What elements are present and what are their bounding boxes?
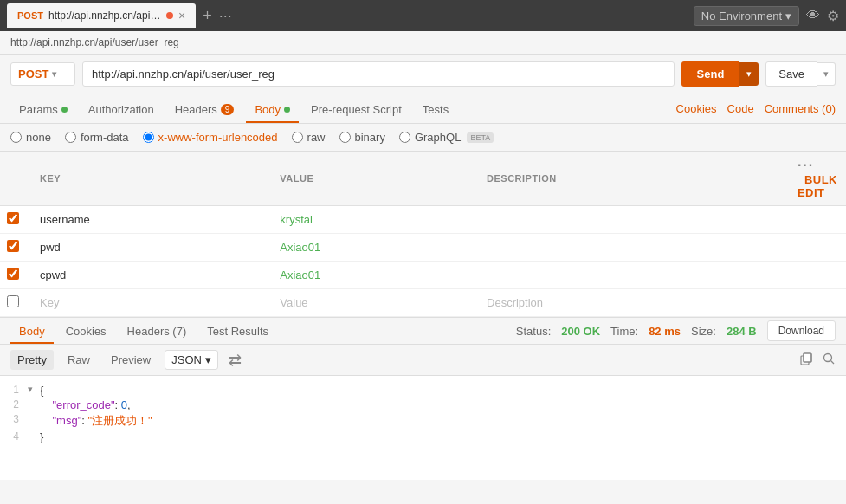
tab-right-actions: Cookies Code Comments (0) — [676, 102, 836, 115]
request-tab[interactable]: POST http://api.nnzhp.cn/api/user/u... × — [7, 3, 196, 28]
radio-raw[interactable]: raw — [292, 131, 326, 144]
env-dropdown[interactable]: No Environment ▾ — [694, 6, 799, 26]
response-tab-test-results[interactable]: Test Results — [198, 318, 277, 344]
svg-line-4 — [831, 360, 835, 364]
response-tab-headers[interactable]: Headers (7) — [119, 318, 196, 344]
new-tab-button[interactable]: + — [203, 7, 212, 25]
row3-value[interactable]: Axiao01 — [271, 262, 478, 289]
wrap-icon[interactable]: ⇄ — [229, 351, 242, 370]
request-bar: POST ▾ Send ▾ Save ▾ — [0, 55, 846, 94]
col-actions: ··· Bulk Edit — [789, 152, 846, 206]
code-content-3: "msg": "注册成功！" — [40, 413, 152, 429]
response-tab-cookies[interactable]: Cookies — [57, 318, 115, 344]
row2-value[interactable]: Axiao01 — [271, 234, 478, 262]
tab-method: POST — [17, 10, 43, 21]
table-placeholder-row: Key Value Description — [0, 289, 846, 317]
response-raw-tab[interactable]: Raw — [61, 350, 97, 370]
method-dropdown[interactable]: POST ▾ — [10, 62, 75, 86]
row1-checkbox[interactable] — [7, 212, 19, 224]
row1-description[interactable] — [478, 206, 789, 234]
row2-checkbox[interactable] — [7, 240, 19, 252]
tab-tests[interactable]: Tests — [414, 94, 457, 123]
save-dropdown-button[interactable]: ▾ — [817, 62, 836, 86]
top-bar: POST http://api.nnzhp.cn/api/user/u... ×… — [0, 0, 846, 31]
status-code: 200 OK — [561, 325, 600, 338]
search-icon[interactable] — [822, 352, 836, 369]
params-table: KEY VALUE DESCRIPTION ··· Bulk Edit user… — [0, 152, 846, 317]
svg-rect-1 — [804, 353, 811, 362]
line-indicator-1: ▾ — [28, 384, 40, 395]
row3-description[interactable] — [478, 262, 789, 289]
code-link[interactable]: Code — [727, 102, 754, 115]
placeholder-description[interactable]: Description — [478, 289, 789, 317]
table-row: username krystal — [0, 206, 846, 234]
top-actions: + ··· — [203, 7, 232, 25]
table-more-icon[interactable]: ··· — [798, 158, 814, 172]
url-input[interactable] — [82, 61, 675, 87]
row2-description[interactable] — [478, 234, 789, 262]
line-num-1: 1 — [0, 384, 28, 396]
params-dot — [61, 107, 68, 113]
radio-none[interactable]: none — [10, 131, 51, 144]
tab-close-icon[interactable]: × — [178, 9, 185, 23]
radio-form-data[interactable]: form-data — [65, 131, 129, 144]
table-row: cpwd Axiao01 — [0, 262, 846, 289]
placeholder-key[interactable]: Key — [31, 289, 271, 317]
cookies-link[interactable]: Cookies — [676, 102, 717, 115]
format-dropdown[interactable]: JSON ▾ — [165, 350, 218, 370]
line-num-3: 3 — [0, 413, 28, 425]
code-line-3: 3 "msg": "注册成功！" — [0, 412, 846, 430]
col-value: VALUE — [271, 152, 478, 206]
row2-actions — [789, 234, 846, 262]
row1-key[interactable]: username — [31, 206, 271, 234]
row2-key[interactable]: pwd — [31, 234, 271, 262]
tab-dot — [166, 12, 173, 19]
send-dropdown-button[interactable]: ▾ — [739, 62, 759, 86]
time-label: Time: — [610, 325, 638, 338]
toolbar-right — [799, 352, 836, 369]
col-description: DESCRIPTION — [478, 152, 789, 206]
tab-params[interactable]: Params — [10, 94, 76, 123]
env-label: No Environment — [701, 10, 782, 23]
size-label: Size: — [691, 325, 716, 338]
tab-authorization[interactable]: Authorization — [80, 94, 163, 123]
request-tabs-nav: Params Authorization Headers 9 Body Pre-… — [0, 94, 846, 124]
col-key: KEY — [31, 152, 271, 206]
save-button[interactable]: Save — [765, 61, 817, 87]
bulk-edit-button[interactable]: Bulk Edit — [798, 173, 837, 199]
copy-icon[interactable] — [799, 352, 813, 369]
code-content-2: "error_code": 0, — [40, 398, 131, 411]
code-line-1: 1 ▾ { — [0, 383, 846, 397]
code-line-4: 4 } — [0, 430, 846, 444]
placeholder-value[interactable]: Value — [271, 289, 478, 317]
body-options: none form-data x-www-form-urlencoded raw… — [0, 124, 846, 152]
tab-prerequest[interactable]: Pre-request Script — [302, 94, 410, 123]
row1-value[interactable]: krystal — [271, 206, 478, 234]
response-tabs-bar: Body Cookies Headers (7) Test Results St… — [0, 317, 846, 345]
tab-body[interactable]: Body — [246, 94, 299, 123]
tab-headers[interactable]: Headers 9 — [166, 94, 243, 123]
status-label: Status: — [516, 325, 551, 338]
row3-key[interactable]: cpwd — [31, 262, 271, 289]
body-dot — [284, 107, 290, 113]
url-breadcrumb: http://api.nnzhp.cn/api/user/user_reg — [0, 31, 846, 55]
download-button[interactable]: Download — [767, 320, 836, 341]
radio-urlencoded[interactable]: x-www-form-urlencoded — [143, 131, 278, 144]
code-area: 1 ▾ { 2 "error_code": 0, 3 "msg": "注册成功！… — [0, 376, 846, 480]
comments-link[interactable]: Comments (0) — [765, 102, 836, 115]
more-tabs-button[interactable]: ··· — [219, 7, 232, 25]
row3-checkbox[interactable] — [7, 268, 19, 280]
send-button-group: Send ▾ — [681, 61, 759, 87]
line-num-2: 2 — [0, 398, 28, 410]
gear-icon[interactable]: ⚙ — [827, 8, 839, 24]
radio-graphql[interactable]: GraphQL BETA — [399, 131, 494, 144]
eye-icon[interactable]: 👁 — [806, 8, 820, 23]
method-chevron-icon: ▾ — [52, 69, 56, 79]
send-button[interactable]: Send — [681, 61, 740, 87]
response-tab-body[interactable]: Body — [10, 318, 54, 344]
response-preview-tab[interactable]: Preview — [104, 350, 158, 370]
radio-binary[interactable]: binary — [339, 131, 385, 144]
response-pretty-tab[interactable]: Pretty — [10, 350, 54, 370]
placeholder-checkbox[interactable] — [7, 295, 19, 307]
format-label: JSON — [171, 353, 202, 366]
